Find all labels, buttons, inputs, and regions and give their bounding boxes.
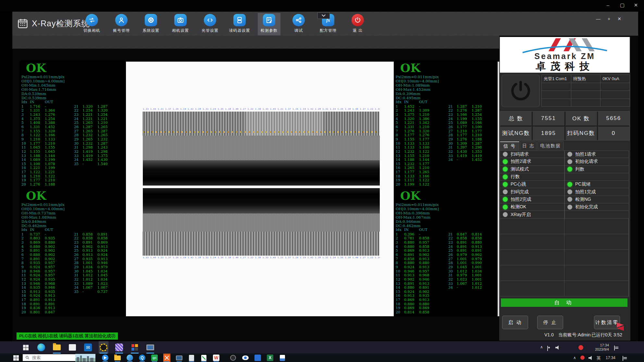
speaker-muted-icon[interactable] <box>588 356 593 360</box>
cell-out: 1.155 <box>472 117 487 121</box>
speaker-tray-icon[interactable] <box>555 345 560 350</box>
red-dot-tray-icon[interactable] <box>580 356 585 360</box>
toolbar-item-switch-camera[interactable]: 切换相机 <box>80 13 103 35</box>
cell-idx: 32 <box>74 277 82 282</box>
app-close-icon[interactable]: ✕ <box>617 16 621 21</box>
tray-expand-icon[interactable]: ∧ <box>540 345 543 349</box>
toolbar-collapse-button[interactable] <box>317 12 330 19</box>
taskbar-app-folder-app[interactable] <box>114 354 121 362</box>
toolbar-item-inspect-params[interactable]: 检测参数 <box>258 13 280 35</box>
tab-signal[interactable]: 信 号 <box>500 141 519 151</box>
cell-out: 1.210 <box>419 113 434 117</box>
indicator-cell: 拍照2请求 <box>500 158 564 165</box>
taskbar-app-excel-app[interactable]: X <box>266 354 274 362</box>
table-row: 191.1111.122 <box>396 178 487 183</box>
taskbar-search[interactable] <box>23 354 77 361</box>
edge-icon <box>37 344 45 351</box>
toolbar-item-settings[interactable]: 系统设置 <box>140 13 162 35</box>
taskbar-app-mail[interactable]: ✉ <box>83 341 93 354</box>
cell-out: 0.957 <box>45 265 60 269</box>
tab-log[interactable]: 日 志 <box>520 141 537 150</box>
table-row: 110.9240.957311.0121.045 <box>21 273 112 277</box>
table-row: 130.9460.968331.0891.023 <box>21 282 112 286</box>
taskbar-app-cam-app[interactable] <box>229 354 237 362</box>
os-close-icon[interactable]: ✕ <box>631 2 641 8</box>
taskbar-app-q-app[interactable]: Q <box>139 354 146 362</box>
taskbar-app-edge[interactable] <box>36 341 46 354</box>
toolbar-item-account[interactable]: 账号管理 <box>110 13 133 35</box>
cell-in: 1.188 <box>404 158 419 162</box>
taskbar-app-eye-app[interactable] <box>242 354 249 362</box>
taskbar-app-ms-store[interactable] <box>68 341 77 354</box>
toolbar-item-label: 读码器设置 <box>229 28 250 33</box>
tab-battery-data[interactable]: 电池数据 <box>538 141 564 150</box>
taskbar-app-wps-app[interactable]: W <box>213 354 220 362</box>
taskbar-app-thunder-app[interactable] <box>102 354 109 362</box>
taskbar-app-comet-app[interactable] <box>126 354 133 362</box>
cell-idx: 16 <box>21 166 30 170</box>
cell-idx: 24 <box>74 245 82 249</box>
taskbar-app-doc-app[interactable] <box>279 354 286 362</box>
cell-idx: 34 <box>448 158 457 162</box>
taskbar-app-start[interactable] <box>21 341 31 354</box>
xray-annotation-top: 1.33 1.45 1.21 1.37 1.26 1.19 1.42 1.28 … <box>143 108 380 111</box>
toolbar-item-scanner[interactable]: 读码器设置 <box>228 13 251 35</box>
toolbar-item-xray-tube[interactable]: 光管设置 <box>199 13 221 35</box>
start-button-lower[interactable] <box>12 354 19 362</box>
taskbar-app-seamark-app[interactable] <box>163 354 170 362</box>
cell-idx: 2 <box>21 108 30 113</box>
taskbar-app-notepad-app[interactable] <box>188 354 195 362</box>
table-row: 61.3311.210261.1771.100 <box>396 125 487 129</box>
cell-out: 0.957 <box>45 261 60 265</box>
cell-idx: 3 <box>396 240 404 245</box>
city-weather-widget[interactable] <box>75 354 95 362</box>
os-minimize-icon[interactable]: – <box>603 2 613 8</box>
app-minimize-icon[interactable]: — <box>596 16 601 21</box>
toolbar-item-camera[interactable]: 相机设置 <box>169 13 192 35</box>
taskbar-app-wheel-app[interactable] <box>99 341 108 354</box>
clock-lower[interactable]: 17:34 <box>606 356 615 360</box>
toolbar-item-exit[interactable]: 退 出 <box>346 13 369 35</box>
taskbar-app-purple-app[interactable] <box>114 341 124 354</box>
indicator-cell: 行数 <box>500 173 564 181</box>
taskbar-app-blue-app[interactable] <box>254 354 261 362</box>
xray-image-view[interactable]: 1.33 1.45 1.21 1.37 1.26 1.19 1.42 1.28 … <box>126 62 394 316</box>
status-bar-online-chip: PLC在线 相机1在线 读码器1在线 算法初始化成功 <box>17 332 118 340</box>
table-row: 191.1771.210 <box>21 178 112 183</box>
app-restore-icon[interactable]: + <box>608 16 610 21</box>
taskbar-app-monitor2-app[interactable] <box>176 354 183 362</box>
taskbar-app-qc-app[interactable]: QC <box>151 354 158 362</box>
start-button[interactable]: 启 动 <box>502 316 528 329</box>
taskbar-app-tiles-app[interactable] <box>130 341 140 354</box>
os-maximize-icon[interactable]: ▢ <box>617 2 627 8</box>
measure-section-left-bottom: OKPxl2mm=0.011mm/plxOH[0.10mm~4.00mm]OH-… <box>19 188 126 316</box>
account-icon <box>115 14 128 26</box>
stat-value: 7551 <box>533 112 564 126</box>
cell-out: 1.254 <box>472 113 487 117</box>
taskbar-app-notegreen-app[interactable] <box>200 354 207 362</box>
cell-idx: 23 <box>74 113 82 117</box>
xray-power-button[interactable] <box>502 75 540 107</box>
cell-idx: 17 <box>396 170 404 174</box>
cell-in: 1.177 <box>457 133 472 137</box>
cell-in: 1.133 <box>404 174 419 178</box>
notification-icon-lower[interactable] <box>623 356 623 361</box>
input-language-indicator[interactable]: 英 <box>597 355 601 361</box>
toolbar-item-debug[interactable]: 调试 <box>287 13 310 35</box>
column-header: IN <box>404 100 419 104</box>
red-badge-tray-icon[interactable] <box>578 345 583 350</box>
cell-out: 1.210 <box>472 104 487 109</box>
tray-expand-icon-lower[interactable]: ∧ <box>573 356 576 360</box>
cell-out: 1.243 <box>97 145 112 150</box>
cell-in: 0.858 <box>404 257 419 261</box>
notification-center-icon[interactable] <box>614 345 615 351</box>
clock[interactable]: 17:34 2023/9/4 <box>588 343 609 352</box>
stop-button[interactable]: 停 止 <box>537 316 563 329</box>
search-input[interactable] <box>31 355 68 360</box>
picture-tray-icon[interactable] <box>547 346 548 351</box>
cell-in: 1.232 <box>82 133 97 137</box>
taskbar-app-monitor-app[interactable] <box>145 341 155 354</box>
cell-in: 1.221 <box>82 117 97 121</box>
taskbar-app-file-explorer[interactable] <box>52 341 62 354</box>
cell-in: 0.836 <box>30 306 45 310</box>
